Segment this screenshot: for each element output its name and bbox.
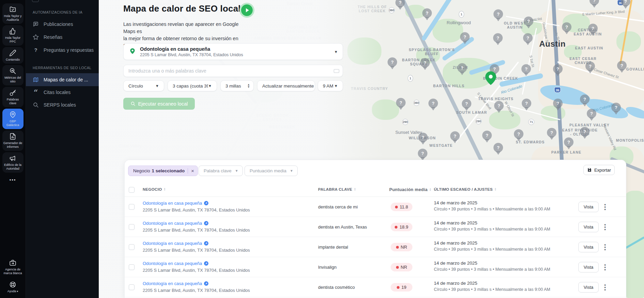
keyboard-icon[interactable] [334,69,339,73]
grid-point-marker[interactable]: ? [420,58,430,71]
play-video-button[interactable] [239,3,254,18]
grid-point-marker[interactable]: ? [514,129,523,142]
business-link[interactable]: Odontología en casa pequeña➜ [143,201,250,206]
business-link[interactable]: Odontología en casa pequeña➜ [143,261,250,266]
map-pin-icon [9,111,16,118]
grid-point-marker[interactable]: ? [493,143,503,156]
sidebar-item-serps-locales[interactable]: SERPS locales [26,98,99,111]
grid-point-marker[interactable]: ? [562,22,571,35]
close-icon[interactable]: × [191,168,194,174]
kebab-menu-icon[interactable]: ••• [604,264,606,271]
grid-point-marker[interactable]: ? [460,32,470,45]
grid-point-marker[interactable]: ? [521,64,531,77]
keyword-input-wrap [123,65,343,77]
grid-point-marker[interactable]: ? [553,64,563,77]
sidebar-item-preguntas-y-respuestas[interactable]: ?Preguntas y respuestas [26,44,99,56]
grid-point-marker[interactable]: ? [611,103,621,115]
rail-item-generador-de-informes[interactable]: Generador de informes [2,130,23,151]
grid-point-marker[interactable]: ? [580,127,590,140]
rail-more-button[interactable]: ••• [0,177,26,183]
view-button[interactable]: Vista [578,222,599,232]
view-button[interactable]: Vista [578,242,599,252]
row-checkbox[interactable] [129,244,135,250]
grid-point-marker[interactable]: ? [482,130,492,143]
row-checkbox[interactable] [129,224,135,230]
map-route-shield: 360 [413,100,420,106]
grid-point-marker[interactable]: ? [418,148,427,161]
view-button[interactable]: Vista [578,282,599,293]
grid-point-marker[interactable]: ? [493,9,503,22]
col-puntuacion[interactable]: Puntuación media▲▼ [389,187,431,192]
col-palabra-clave[interactable]: PALABRA CLAVE▲▼ [318,187,356,191]
rail-item-gbp-gal-ctica[interactable]: GBP Galáctica [2,109,23,129]
business-link[interactable]: Odontología en casa pequeña➜ [143,221,250,226]
table-row: Odontología en casa pequeña➜ 2205 S Lama… [125,277,626,297]
grid-point-marker[interactable]: ? [395,0,405,11]
grid-point-marker[interactable]: ? [617,61,627,74]
layers-select[interactable]: 3 capas (cuota 39)▼ [168,80,217,91]
grid-point-marker[interactable]: ? [457,63,467,76]
score-filter-chip[interactable]: Puntuación media▼ [245,166,298,176]
business-filter-chip[interactable]: Negocio1 seleccionado × [128,166,198,176]
sidebar-item-mapas-de-calor-de-[interactable]: Mapas de calor de ... [26,73,99,86]
stepper-icon[interactable]: ▲▼ [247,83,250,88]
sidebar-item-rese-as[interactable]: Reseñas [26,31,99,44]
grid-point-marker[interactable]: ? [587,109,596,122]
run-scan-button[interactable]: Ejecutar escaneo local [123,98,195,110]
radius-stepper[interactable]: 3 millas ▲▼ [220,80,254,91]
keyword-input[interactable] [124,68,334,74]
kebab-menu-icon[interactable]: ••• [604,203,606,210]
col-ultimo-escaneo[interactable]: ÚLTIMO ESCANEO / AJUSTES▲▼ [434,187,497,191]
business-link[interactable]: Odontología en casa pequeña➜ [143,241,250,246]
view-button[interactable]: Vista [578,262,599,272]
grid-point-marker[interactable]: ? [547,128,556,141]
last-scan-cell: 14 de marzo de 2025 Círculo • 39 puntos … [434,281,550,292]
rail-item-hola-taylor-ppc[interactable]: Hola Taylor PPC [2,25,23,46]
row-checkbox[interactable] [129,264,135,270]
grid-point-marker[interactable]: ? [450,131,460,144]
grid-point-marker[interactable]: ? [585,61,595,74]
grid-point-marker[interactable]: ? [564,137,574,150]
row-checkbox[interactable] [129,204,135,210]
rail-item-palabras-clave[interactable]: Palabras clave [2,87,23,107]
shape-select[interactable]: Círculo▼ [123,80,164,91]
kebab-menu-icon[interactable]: ••• [604,223,606,231]
select-all-checkbox[interactable] [129,187,135,193]
business-location-pin[interactable] [485,71,496,87]
kebab-menu-icon[interactable]: ••• [604,284,606,291]
time-select[interactable]: 9 AM▼ [318,80,343,91]
business-link[interactable]: Odontología en casa pequeña➜ [143,281,250,286]
rail-item-ayuda[interactable]: Ayuda▾ [2,279,23,295]
grid-point-marker[interactable]: ? [494,101,504,114]
sidebar-item-citas-locales[interactable]: “Citas locales [26,86,99,98]
grid-point-marker[interactable]: ? [524,16,533,29]
kebab-menu-icon[interactable]: ••• [604,244,606,251]
view-button[interactable]: Vista [578,202,599,212]
rail-item-edificio-de-la-autoridad[interactable]: Edificio de la Autoridad [2,152,23,173]
grid-point-marker[interactable]: ? [522,98,531,111]
grid-point-marker[interactable]: ? [418,132,428,145]
rail-item-agencia-de-marca-blanca[interactable]: Agencia de marca blanca [2,257,23,277]
grid-point-marker[interactable]: ? [388,57,397,70]
rail-item-m-tricas-del-sitio[interactable]: Métricas del sitio [2,65,23,85]
rail-item-hola-taylor-y-auditor-a[interactable]: Hola Taylor y Auditoría [2,3,23,24]
grid-point-marker[interactable]: ? [588,23,598,36]
keyword-filter-chip[interactable]: Palabra clave▼ [199,166,243,176]
col-negocio[interactable]: NEGOCIO▲▼ [143,187,166,191]
grid-point-marker[interactable]: ? [428,98,438,111]
grid-point-marker[interactable]: ? [493,33,503,46]
grid-point-marker[interactable]: ? [621,0,630,10]
row-checkbox[interactable] [129,284,135,290]
business-select[interactable]: Odontología en casa pequeña 2205 S Lamar… [123,43,343,60]
export-button[interactable]: Exportar [583,165,615,175]
grid-point-marker[interactable]: ? [396,98,406,111]
grid-point-marker[interactable]: ? [523,33,533,46]
grid-point-marker[interactable]: ? [590,0,599,9]
grid-point-marker[interactable]: ? [553,98,563,111]
frequency-select[interactable]: Actualizar mensualmente [257,80,315,91]
sidebar-item-publicaciones[interactable]: Publicaciones [26,18,99,31]
grid-point-marker[interactable]: ? [462,99,471,112]
rail-item-contenido[interactable]: Contenido [2,47,23,64]
grid-point-marker[interactable]: ? [580,94,590,107]
grid-point-marker[interactable]: ? [422,8,432,21]
